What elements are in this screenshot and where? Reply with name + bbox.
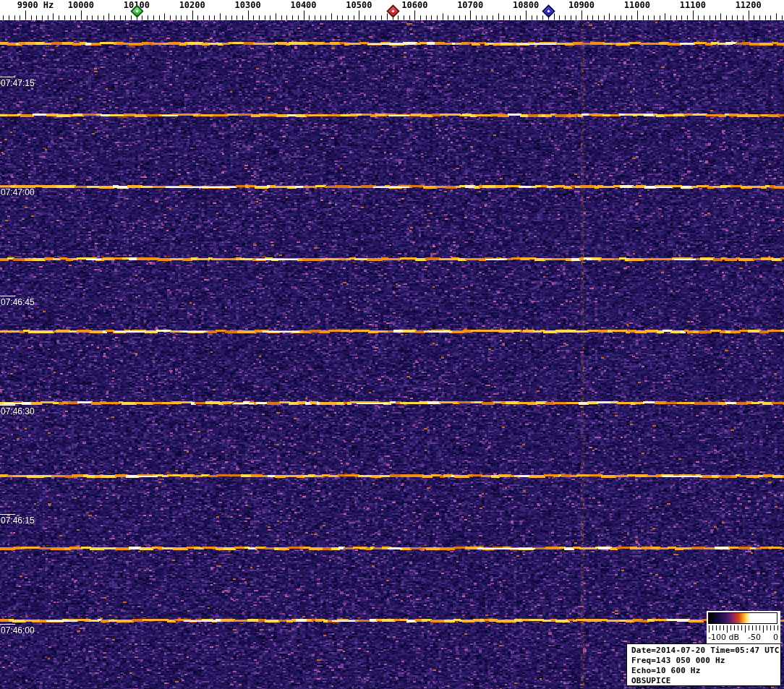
green-marker[interactable] — [131, 5, 142, 17]
time-label-text: 07:47:00 — [1, 187, 35, 197]
time-label-text: 07:47:15 — [1, 78, 35, 88]
db-color-scale: -100 dB -50 0 — [707, 611, 780, 645]
freq-tick-label: 10800 — [513, 0, 539, 10]
freq-tick-label: 10000 — [68, 0, 94, 10]
time-tick-line — [0, 514, 15, 515]
info-line-date: Date=2014-07-20 Time=05:47 UTC — [631, 646, 780, 656]
freq-tick-label: 10700 — [457, 0, 483, 10]
spectrogram-app-window: 9900 Hz100001010010200103001040010500106… — [0, 0, 784, 689]
blue-marker-center-dot — [547, 9, 550, 12]
info-line-freq: Freq=143 050 000 Hz — [631, 656, 780, 666]
freq-tick-label: 11000 — [624, 0, 650, 10]
db-scale-major-ticks — [709, 625, 778, 633]
freq-tick-label: 10300 — [235, 0, 261, 10]
time-tick-line — [0, 77, 15, 77]
freq-tick-label: 10400 — [290, 0, 316, 10]
time-tick-line — [0, 296, 15, 296]
time-tick-line — [0, 624, 15, 625]
freq-tick-label: 10600 — [401, 0, 427, 10]
spectrogram-waterfall[interactable] — [0, 20, 784, 689]
info-line-station: OBSUPICE — [631, 676, 780, 686]
db-label-mid: -50 — [748, 633, 761, 642]
blue-marker-diamond-icon — [542, 4, 555, 17]
observation-info-box: Date=2014-07-20 Time=05:47 UTC Freq=143 … — [626, 643, 781, 686]
freq-tick-label: 9900 Hz — [17, 0, 54, 10]
freq-tick-label: 11100 — [680, 0, 706, 10]
db-gradient-bar — [708, 612, 777, 624]
freq-tick-label: 11200 — [736, 0, 762, 10]
green-marker-diamond-icon — [130, 4, 143, 17]
red-marker[interactable] — [387, 5, 399, 17]
time-label-text: 07:46:15 — [1, 515, 35, 526]
freq-tick-label: 10500 — [346, 0, 372, 10]
time-tick-line — [0, 405, 15, 406]
time-tick-line — [0, 186, 15, 187]
freq-tick-label: 10200 — [179, 0, 205, 10]
red-marker-center-dot — [391, 9, 394, 12]
blue-marker[interactable] — [542, 5, 554, 17]
time-label-text: 07:46:30 — [1, 406, 35, 416]
info-line-echo: Echo=10 600 Hz — [631, 666, 780, 676]
db-label-max: 0 — [773, 633, 778, 642]
time-label-text: 07:46:00 — [1, 625, 35, 635]
freq-tick-label: 10900 — [568, 0, 595, 10]
frequency-ruler[interactable]: 9900 Hz100001010010200103001040010500106… — [0, 0, 784, 20]
time-label-text: 07:46:45 — [1, 297, 35, 307]
green-marker-center-dot — [135, 9, 138, 12]
db-label-min: -100 dB — [708, 633, 739, 642]
red-marker-diamond-icon — [386, 4, 399, 17]
